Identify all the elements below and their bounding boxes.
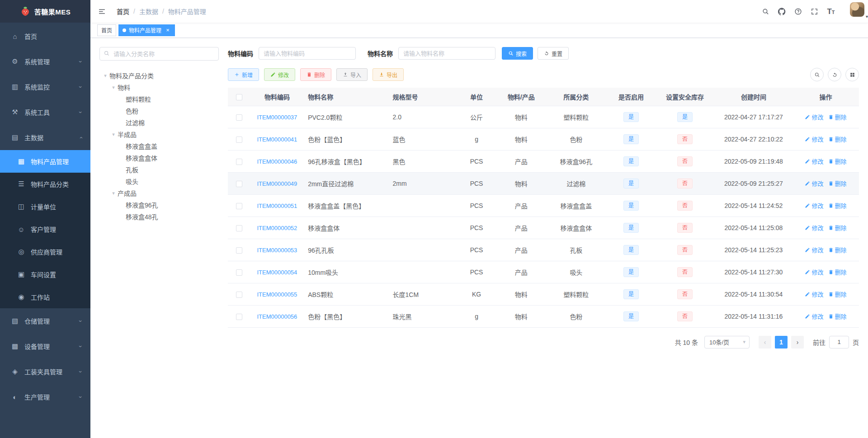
enabled-badge[interactable]: 是 xyxy=(623,134,639,144)
tree-node[interactable]: ▾孔板 xyxy=(99,164,219,175)
material-code-link[interactable]: ITEM00000052 xyxy=(257,225,297,231)
caret-down-icon[interactable]: ▾ xyxy=(109,85,118,90)
delete-button[interactable]: 删除 xyxy=(300,68,331,81)
help-button[interactable] xyxy=(790,0,807,23)
safety-stock-badge[interactable]: 否 xyxy=(677,311,693,321)
columns-button[interactable] xyxy=(845,68,859,81)
sidebar-item-warehouse-mgmt[interactable]: ▧仓储管理› xyxy=(0,308,90,334)
tree-node[interactable]: ▾过滤棉 xyxy=(99,117,219,128)
sidebar-item-fixture-mgmt[interactable]: ◈工装夹具管理› xyxy=(0,359,90,384)
close-tab-icon[interactable]: × xyxy=(165,27,171,33)
enabled-badge[interactable]: 是 xyxy=(623,112,639,122)
tree-node[interactable]: ▾物料及产品分类 xyxy=(99,70,219,81)
row-checkbox[interactable] xyxy=(236,314,242,320)
material-code-link[interactable]: ITEM00000056 xyxy=(257,313,297,320)
tree-node[interactable]: ▾移液盒盒盖 xyxy=(99,140,219,152)
delete-row-link[interactable]: 删除 xyxy=(828,312,847,320)
edit-row-link[interactable]: 修改 xyxy=(805,223,823,232)
delete-row-link[interactable]: 删除 xyxy=(828,135,847,143)
user-menu[interactable]: ▾ xyxy=(850,0,868,23)
delete-row-link[interactable]: 删除 xyxy=(828,223,847,232)
enabled-badge[interactable]: 是 xyxy=(623,245,639,255)
material-name-input[interactable] xyxy=(398,47,495,60)
safety-stock-badge[interactable]: 否 xyxy=(677,267,693,277)
sidebar-item-system-admin[interactable]: ⚙系统管理› xyxy=(0,49,90,74)
safety-stock-badge[interactable]: 是 xyxy=(677,112,693,122)
add-button[interactable]: 新增 xyxy=(228,68,259,81)
sidebar-item-system-tools[interactable]: ⚒系统工具› xyxy=(0,99,90,125)
select-all-checkbox[interactable] xyxy=(236,94,242,100)
material-code-link[interactable]: ITEM00000049 xyxy=(257,180,297,187)
edit-row-link[interactable]: 修改 xyxy=(805,179,823,188)
export-button[interactable]: 导出 xyxy=(373,68,404,81)
edit-row-link[interactable]: 修改 xyxy=(805,157,823,165)
search-button[interactable]: 搜索 xyxy=(502,47,533,60)
safety-stock-badge[interactable]: 否 xyxy=(677,223,693,233)
enabled-badge[interactable]: 是 xyxy=(623,156,639,166)
enabled-badge[interactable]: 是 xyxy=(623,179,639,188)
search-toggle-button[interactable] xyxy=(810,68,824,81)
prev-page-button[interactable]: ‹ xyxy=(759,336,771,349)
search-button[interactable] xyxy=(758,0,774,23)
sidebar-item-equipment-mgmt[interactable]: ▩设备管理› xyxy=(0,334,90,359)
material-code-link[interactable]: ITEM00000046 xyxy=(257,158,297,165)
material-code-link[interactable]: ITEM00000053 xyxy=(257,247,297,254)
sidebar-item-master-data[interactable]: ▤主数据› xyxy=(0,125,90,150)
caret-down-icon[interactable]: ▾ xyxy=(109,132,118,137)
delete-row-link[interactable]: 删除 xyxy=(828,113,847,121)
safety-stock-badge[interactable]: 否 xyxy=(677,201,693,211)
edit-row-link[interactable]: 修改 xyxy=(805,113,823,121)
delete-row-link[interactable]: 删除 xyxy=(828,201,847,210)
sidebar-toggle-button[interactable] xyxy=(90,0,113,23)
sidebar-item-customer-mgmt[interactable]: ☺客户管理 xyxy=(0,218,90,240)
safety-stock-badge[interactable]: 否 xyxy=(677,245,693,255)
tree-node[interactable]: ▾吸头 xyxy=(99,175,219,187)
enabled-badge[interactable]: 是 xyxy=(623,201,639,211)
row-checkbox[interactable] xyxy=(236,203,242,209)
font-size-button[interactable]: TT xyxy=(823,0,839,23)
enabled-badge[interactable]: 是 xyxy=(623,223,639,233)
tree-node[interactable]: ▾移液盒48孔 xyxy=(99,211,219,222)
page-1-button[interactable]: 1 xyxy=(775,336,788,349)
next-page-button[interactable]: › xyxy=(791,336,804,349)
row-checkbox[interactable] xyxy=(236,247,242,254)
material-code-link[interactable]: ITEM00000055 xyxy=(257,291,297,298)
import-button[interactable]: 导入 xyxy=(336,68,368,81)
app-logo[interactable]: 苦糖果MES xyxy=(0,0,90,23)
breadcrumb-item[interactable]: 首页 xyxy=(117,7,129,16)
sidebar-item-home[interactable]: ⌂首页 xyxy=(0,24,90,49)
safety-stock-badge[interactable]: 否 xyxy=(677,179,693,188)
edit-row-link[interactable]: 修改 xyxy=(805,290,823,298)
page-size-select[interactable]: 10条/页 ▾ xyxy=(704,336,750,349)
tree-node[interactable]: ▾移液盒96孔 xyxy=(99,199,219,211)
safety-stock-badge[interactable]: 否 xyxy=(677,289,693,299)
reset-button[interactable]: 重置 xyxy=(538,47,569,60)
sidebar-item-system-monitor[interactable]: ▥系统监控› xyxy=(0,74,90,99)
material-code-link[interactable]: ITEM00000041 xyxy=(257,136,297,143)
edit-button[interactable]: 修改 xyxy=(264,68,295,81)
github-button[interactable] xyxy=(774,0,790,23)
row-checkbox[interactable] xyxy=(236,137,242,143)
delete-row-link[interactable]: 删除 xyxy=(828,157,847,165)
edit-row-link[interactable]: 修改 xyxy=(805,201,823,210)
material-code-link[interactable]: ITEM00000051 xyxy=(257,203,297,209)
tree-node[interactable]: ▾产成品 xyxy=(99,187,219,199)
row-checkbox[interactable] xyxy=(236,225,242,231)
delete-row-link[interactable]: 删除 xyxy=(828,290,847,298)
sidebar-item-workstation[interactable]: ◉工作站 xyxy=(0,286,90,308)
tab-material-product-mgmt[interactable]: 物料产品管理× xyxy=(118,24,175,36)
edit-row-link[interactable]: 修改 xyxy=(805,268,823,276)
caret-down-icon[interactable]: ▾ xyxy=(109,190,118,196)
caret-down-icon[interactable]: ▾ xyxy=(101,73,109,79)
tree-node[interactable]: ▾塑料颗粒 xyxy=(99,93,219,105)
tree-node[interactable]: ▾色粉 xyxy=(99,105,219,117)
material-code-link[interactable]: ITEM00000037 xyxy=(257,114,297,121)
tree-node[interactable]: ▾物料 xyxy=(99,81,219,93)
refresh-button[interactable] xyxy=(828,68,841,81)
edit-row-link[interactable]: 修改 xyxy=(805,312,823,320)
category-search-input[interactable] xyxy=(99,47,219,61)
row-checkbox[interactable] xyxy=(236,181,242,187)
sidebar-item-workshop-settings[interactable]: ▣车间设置 xyxy=(0,263,90,286)
delete-row-link[interactable]: 删除 xyxy=(828,179,847,188)
delete-row-link[interactable]: 删除 xyxy=(828,268,847,276)
